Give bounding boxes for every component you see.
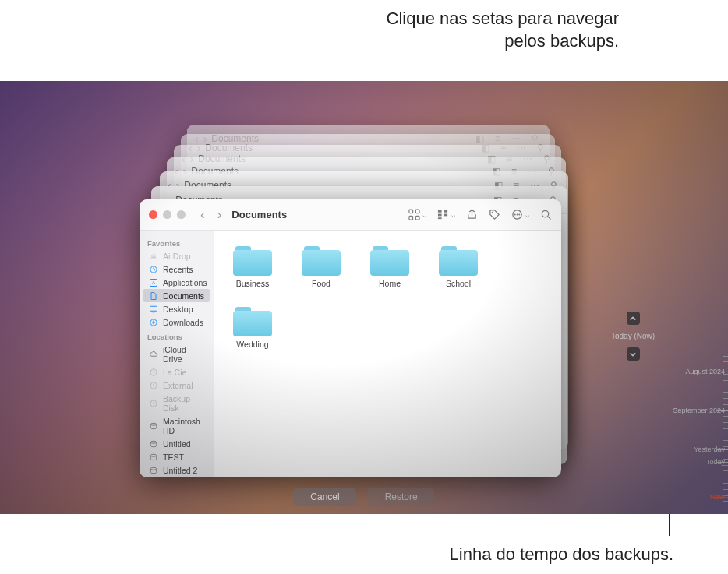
sidebar-item-untitled-2[interactable]: Untitled 2 bbox=[143, 463, 210, 477]
finder-sidebar: Favorites AirDropRecentsAApplicationsDoc… bbox=[140, 231, 214, 477]
time-icon bbox=[149, 399, 158, 408]
sidebar-item-applications[interactable]: AApplications bbox=[143, 276, 210, 289]
sidebar-item-label: Backup Disk bbox=[163, 394, 204, 413]
annotation-timeline: Linha do tempo dos backups. bbox=[450, 544, 673, 565]
close-button[interactable] bbox=[149, 210, 157, 219]
timeline-label: August 2024 bbox=[685, 368, 725, 375]
nav-down-arrow[interactable] bbox=[627, 347, 640, 361]
group-button[interactable]: ⌵ bbox=[437, 209, 455, 220]
sidebar-item-label: Downloads bbox=[163, 318, 203, 327]
svg-rect-4 bbox=[438, 210, 442, 213]
sidebar-item-label: Desktop bbox=[163, 305, 193, 314]
svg-point-26 bbox=[150, 423, 157, 425]
current-backup-label: Today (Now) bbox=[611, 332, 655, 340]
minimize-button[interactable] bbox=[163, 210, 171, 219]
timeline-label: September 2024 bbox=[673, 407, 725, 414]
folder-icon bbox=[370, 245, 409, 276]
tag-button[interactable] bbox=[489, 209, 500, 220]
annotation-line2: pelos backups. bbox=[387, 30, 619, 53]
folder-icon bbox=[233, 245, 272, 276]
svg-text:A: A bbox=[152, 280, 155, 285]
finder-content[interactable]: BusinessFoodHomeSchoolWedding bbox=[214, 231, 561, 477]
folder-label: Home bbox=[379, 279, 401, 288]
svg-rect-5 bbox=[438, 214, 442, 217]
nav-up-arrow[interactable] bbox=[627, 312, 640, 325]
disk-icon bbox=[149, 466, 158, 475]
svg-rect-7 bbox=[444, 210, 447, 213]
download-icon bbox=[149, 318, 158, 327]
disk-icon bbox=[149, 439, 158, 449]
sidebar-item-network[interactable]: Network bbox=[143, 477, 210, 477]
sidebar-item-macintosh-hd[interactable]: Macintosh HD bbox=[143, 414, 210, 437]
timeline-label: Now bbox=[710, 493, 725, 501]
folder-wedding[interactable]: Wedding bbox=[227, 305, 278, 349]
sidebar-item-icloud-drive[interactable]: iCloud Drive bbox=[143, 343, 210, 365]
svg-rect-0 bbox=[409, 210, 413, 213]
folder-label: School bbox=[446, 279, 471, 288]
more-button[interactable]: ⌵ bbox=[511, 209, 529, 220]
folder-school[interactable]: School bbox=[433, 245, 484, 288]
backup-timeline[interactable]: August 2024September 2024YesterdayTodayN… bbox=[677, 81, 728, 514]
time-icon bbox=[149, 381, 158, 390]
svg-point-12 bbox=[517, 214, 518, 216]
svg-rect-1 bbox=[415, 210, 419, 213]
fullscreen-button[interactable] bbox=[177, 210, 186, 219]
folder-label: Wedding bbox=[236, 340, 268, 349]
folder-business[interactable]: Business bbox=[227, 245, 278, 288]
sidebar-item-external[interactable]: External bbox=[143, 379, 210, 392]
annotation-arrows: Clique nas setas para navegar pelos back… bbox=[387, 8, 619, 52]
clock-icon bbox=[149, 265, 158, 274]
nav-back-button[interactable]: ‹ bbox=[198, 207, 207, 223]
timeline-label: Yesterday bbox=[694, 445, 725, 453]
sidebar-item-recents[interactable]: Recents bbox=[143, 262, 210, 276]
view-icon-grid-button[interactable]: ⌵ bbox=[408, 209, 426, 220]
time-icon bbox=[149, 368, 158, 377]
nav-forward-button[interactable]: › bbox=[215, 207, 224, 223]
sidebar-item-airdrop[interactable]: AirDrop bbox=[143, 249, 210, 262]
folder-icon bbox=[302, 245, 341, 276]
sidebar-item-label: External bbox=[163, 381, 193, 390]
search-button[interactable] bbox=[540, 209, 552, 220]
svg-rect-3 bbox=[415, 216, 419, 220]
backup-nav: Today (Now) bbox=[611, 312, 655, 361]
finder-window: ‹ › Documents ⌵ ⌵ bbox=[140, 199, 561, 477]
sidebar-item-label: iCloud Drive bbox=[163, 345, 204, 364]
restore-button[interactable]: Restore bbox=[368, 488, 435, 506]
svg-line-15 bbox=[548, 217, 550, 219]
cloud-icon bbox=[149, 350, 158, 359]
sidebar-item-label: TEST bbox=[163, 453, 184, 462]
svg-point-27 bbox=[150, 441, 157, 443]
sidebar-item-test[interactable]: TEST bbox=[143, 450, 210, 463]
folder-icon bbox=[233, 305, 272, 336]
svg-rect-8 bbox=[444, 214, 447, 217]
svg-point-29 bbox=[150, 467, 157, 470]
share-button[interactable] bbox=[466, 209, 478, 220]
window-controls[interactable] bbox=[149, 210, 186, 219]
finder-titlebar: ‹ › Documents ⌵ ⌵ bbox=[140, 199, 561, 231]
sidebar-item-label: Applications bbox=[163, 278, 207, 287]
svg-rect-6 bbox=[438, 217, 442, 219]
sidebar-item-label: Recents bbox=[163, 265, 193, 274]
sidebar-item-untitled[interactable]: Untitled bbox=[143, 437, 210, 450]
annotation-line1: Clique nas setas para navegar bbox=[387, 8, 619, 30]
time-machine-screen: ‹›Documents◧≡⋯⚲ ‹›Documents◧≡⋯⚲ ‹›Docume… bbox=[0, 81, 728, 514]
sidebar-item-backup-disk[interactable]: Backup Disk bbox=[143, 392, 210, 414]
svg-point-13 bbox=[518, 214, 520, 216]
svg-rect-2 bbox=[409, 216, 413, 220]
folder-home[interactable]: Home bbox=[364, 245, 415, 288]
sidebar-item-la-cie[interactable]: La Cie bbox=[143, 365, 210, 379]
window-title: Documents bbox=[231, 209, 287, 220]
svg-rect-20 bbox=[150, 306, 157, 311]
cancel-button[interactable]: Cancel bbox=[293, 488, 356, 506]
svg-point-9 bbox=[492, 212, 493, 213]
desktop-icon bbox=[149, 305, 158, 314]
sidebar-item-label: Documents bbox=[163, 291, 204, 301]
sidebar-item-desktop[interactable]: Desktop bbox=[143, 302, 210, 315]
sidebar-item-label: Untitled bbox=[163, 439, 191, 449]
folder-food[interactable]: Food bbox=[295, 245, 347, 288]
sidebar-item-downloads[interactable]: Downloads bbox=[143, 315, 210, 329]
sidebar-item-documents[interactable]: Documents bbox=[143, 289, 210, 302]
airdrop-icon bbox=[149, 252, 158, 261]
sidebar-section-favorites: Favorites bbox=[140, 235, 214, 249]
svg-point-11 bbox=[514, 214, 516, 216]
